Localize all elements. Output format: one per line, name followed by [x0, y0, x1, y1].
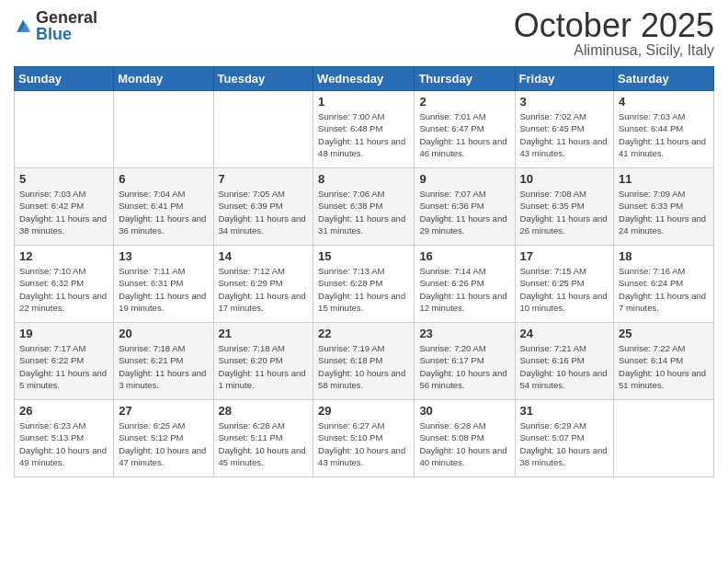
logo-icon: [14, 17, 32, 35]
day-info: Sunrise: 6:25 AM Sunset: 5:12 PM Dayligh…: [119, 419, 208, 468]
day-number: 4: [619, 95, 709, 109]
day-info: Sunrise: 7:02 AM Sunset: 6:45 PM Dayligh…: [520, 110, 609, 159]
day-number: 13: [119, 249, 208, 263]
day-info: Sunrise: 7:19 AM Sunset: 6:18 PM Dayligh…: [318, 342, 409, 391]
day-info: Sunrise: 6:23 AM Sunset: 5:13 PM Dayligh…: [19, 419, 108, 468]
calendar-cell: 14Sunrise: 7:12 AM Sunset: 6:29 PM Dayli…: [213, 246, 313, 323]
calendar-header-row: Sunday Monday Tuesday Wednesday Thursday…: [15, 67, 714, 91]
day-number: 31: [520, 404, 609, 418]
calendar-cell: 20Sunrise: 7:18 AM Sunset: 6:21 PM Dayli…: [114, 323, 213, 400]
day-info: Sunrise: 7:22 AM Sunset: 6:14 PM Dayligh…: [619, 342, 709, 391]
calendar-cell: 5Sunrise: 7:03 AM Sunset: 6:42 PM Daylig…: [15, 168, 114, 246]
day-info: Sunrise: 7:00 AM Sunset: 6:48 PM Dayligh…: [318, 110, 409, 159]
day-number: 15: [318, 249, 409, 263]
calendar-table: Sunday Monday Tuesday Wednesday Thursday…: [14, 66, 714, 477]
calendar-cell: 2Sunrise: 7:01 AM Sunset: 6:47 PM Daylig…: [415, 91, 515, 168]
day-info: Sunrise: 7:21 AM Sunset: 6:16 PM Dayligh…: [520, 342, 609, 391]
day-number: 17: [520, 249, 609, 263]
day-info: Sunrise: 6:28 AM Sunset: 5:08 PM Dayligh…: [419, 419, 509, 468]
calendar-week-row: 19Sunrise: 7:17 AM Sunset: 6:22 PM Dayli…: [15, 323, 714, 400]
day-number: 23: [419, 327, 509, 340]
calendar-cell: 16Sunrise: 7:14 AM Sunset: 6:26 PM Dayli…: [415, 246, 515, 323]
day-number: 20: [119, 327, 208, 340]
day-info: Sunrise: 6:27 AM Sunset: 5:10 PM Dayligh…: [318, 419, 409, 468]
month-title: October 2025: [514, 9, 714, 42]
day-info: Sunrise: 7:20 AM Sunset: 6:17 PM Dayligh…: [419, 342, 509, 391]
calendar-cell: 13Sunrise: 7:11 AM Sunset: 6:31 PM Dayli…: [114, 246, 213, 323]
day-number: 6: [119, 172, 208, 186]
day-number: 28: [219, 404, 309, 418]
day-number: 11: [619, 172, 709, 186]
logo: General Blue: [14, 9, 97, 42]
day-number: 5: [19, 172, 108, 186]
day-number: 21: [219, 327, 309, 340]
calendar-cell: 21Sunrise: 7:18 AM Sunset: 6:20 PM Dayli…: [213, 323, 313, 400]
calendar-cell: [15, 91, 114, 168]
calendar-cell: 7Sunrise: 7:05 AM Sunset: 6:39 PM Daylig…: [213, 168, 313, 246]
day-number: 16: [419, 249, 509, 263]
day-info: Sunrise: 7:18 AM Sunset: 6:20 PM Dayligh…: [219, 342, 309, 391]
day-number: 18: [619, 249, 709, 263]
calendar-cell: [114, 91, 213, 168]
calendar-cell: 4Sunrise: 7:03 AM Sunset: 6:44 PM Daylig…: [614, 91, 714, 168]
day-number: 1: [318, 95, 409, 109]
calendar-cell: 18Sunrise: 7:16 AM Sunset: 6:24 PM Dayli…: [614, 246, 714, 323]
logo-blue-text: Blue: [36, 26, 97, 42]
calendar-cell: 30Sunrise: 6:28 AM Sunset: 5:08 PM Dayli…: [415, 400, 515, 477]
day-info: Sunrise: 6:26 AM Sunset: 5:11 PM Dayligh…: [219, 419, 309, 468]
title-section: October 2025 Aliminusa, Sicily, Italy: [514, 9, 714, 59]
day-number: 3: [520, 95, 609, 109]
logo-general-text: General: [36, 9, 97, 26]
calendar-cell: [213, 91, 313, 168]
col-wednesday: Wednesday: [313, 67, 415, 91]
calendar-cell: 3Sunrise: 7:02 AM Sunset: 6:45 PM Daylig…: [515, 91, 614, 168]
col-saturday: Saturday: [614, 67, 714, 91]
page: General Blue October 2025 Aliminusa, Sic…: [0, 0, 728, 563]
calendar-cell: 9Sunrise: 7:07 AM Sunset: 6:36 PM Daylig…: [415, 168, 515, 246]
day-number: 14: [219, 249, 309, 263]
day-info: Sunrise: 7:08 AM Sunset: 6:35 PM Dayligh…: [520, 188, 609, 236]
calendar-cell: 12Sunrise: 7:10 AM Sunset: 6:32 PM Dayli…: [15, 246, 114, 323]
calendar-cell: 28Sunrise: 6:26 AM Sunset: 5:11 PM Dayli…: [213, 400, 313, 477]
calendar-cell: 24Sunrise: 7:21 AM Sunset: 6:16 PM Dayli…: [515, 323, 614, 400]
header: General Blue October 2025 Aliminusa, Sic…: [14, 9, 714, 59]
day-number: 29: [318, 404, 409, 418]
day-info: Sunrise: 7:07 AM Sunset: 6:36 PM Dayligh…: [419, 188, 509, 236]
day-info: Sunrise: 7:06 AM Sunset: 6:38 PM Dayligh…: [318, 188, 409, 236]
day-info: Sunrise: 7:03 AM Sunset: 6:42 PM Dayligh…: [19, 188, 108, 236]
day-info: Sunrise: 7:03 AM Sunset: 6:44 PM Dayligh…: [619, 110, 709, 159]
calendar-cell: 6Sunrise: 7:04 AM Sunset: 6:41 PM Daylig…: [114, 168, 213, 246]
calendar-cell: 23Sunrise: 7:20 AM Sunset: 6:17 PM Dayli…: [415, 323, 515, 400]
calendar-cell: 25Sunrise: 7:22 AM Sunset: 6:14 PM Dayli…: [614, 323, 714, 400]
day-info: Sunrise: 7:10 AM Sunset: 6:32 PM Dayligh…: [19, 265, 108, 314]
day-number: 10: [520, 172, 609, 186]
day-number: 19: [19, 327, 108, 340]
day-info: Sunrise: 7:17 AM Sunset: 6:22 PM Dayligh…: [19, 342, 108, 391]
day-number: 26: [19, 404, 108, 418]
day-info: Sunrise: 7:15 AM Sunset: 6:25 PM Dayligh…: [520, 265, 609, 314]
location: Aliminusa, Sicily, Italy: [514, 42, 714, 59]
day-number: 27: [119, 404, 208, 418]
logo-text: General Blue: [36, 9, 97, 42]
day-info: Sunrise: 7:04 AM Sunset: 6:41 PM Dayligh…: [119, 188, 208, 236]
day-number: 22: [318, 327, 409, 340]
day-info: Sunrise: 7:05 AM Sunset: 6:39 PM Dayligh…: [219, 188, 309, 236]
calendar-week-row: 26Sunrise: 6:23 AM Sunset: 5:13 PM Dayli…: [15, 400, 714, 477]
day-info: Sunrise: 7:14 AM Sunset: 6:26 PM Dayligh…: [419, 265, 509, 314]
calendar-cell: 15Sunrise: 7:13 AM Sunset: 6:28 PM Dayli…: [313, 246, 415, 323]
col-thursday: Thursday: [415, 67, 515, 91]
day-number: 30: [419, 404, 509, 418]
day-info: Sunrise: 7:13 AM Sunset: 6:28 PM Dayligh…: [318, 265, 409, 314]
day-info: Sunrise: 7:16 AM Sunset: 6:24 PM Dayligh…: [619, 265, 709, 314]
calendar-week-row: 1Sunrise: 7:00 AM Sunset: 6:48 PM Daylig…: [15, 91, 714, 168]
calendar-cell: 8Sunrise: 7:06 AM Sunset: 6:38 PM Daylig…: [313, 168, 415, 246]
day-number: 7: [219, 172, 309, 186]
calendar-cell: 19Sunrise: 7:17 AM Sunset: 6:22 PM Dayli…: [15, 323, 114, 400]
col-sunday: Sunday: [15, 67, 114, 91]
calendar-cell: 22Sunrise: 7:19 AM Sunset: 6:18 PM Dayli…: [313, 323, 415, 400]
day-info: Sunrise: 7:12 AM Sunset: 6:29 PM Dayligh…: [219, 265, 309, 314]
day-info: Sunrise: 7:01 AM Sunset: 6:47 PM Dayligh…: [419, 110, 509, 159]
day-number: 9: [419, 172, 509, 186]
calendar-cell: 31Sunrise: 6:29 AM Sunset: 5:07 PM Dayli…: [515, 400, 614, 477]
col-monday: Monday: [114, 67, 213, 91]
